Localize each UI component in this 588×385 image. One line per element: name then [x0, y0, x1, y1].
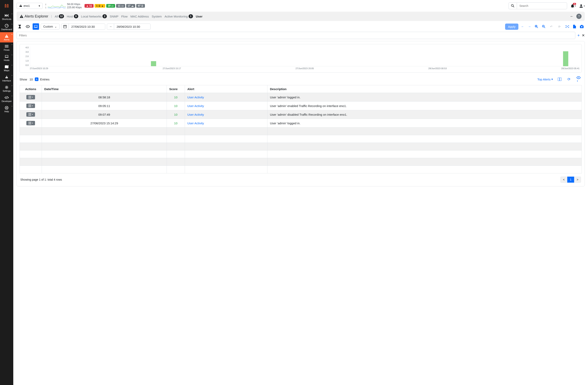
alert-link[interactable]: User Activity: [187, 122, 204, 125]
column-header-alert[interactable]: Alert: [185, 85, 267, 93]
bars-icon: [5, 44, 8, 48]
sidebar-item-help[interactable]: ▸ Help: [0, 104, 13, 114]
permalink-button[interactable]: [564, 24, 570, 29]
sidebar-item-hosts[interactable]: ▸ Hosts: [0, 53, 13, 63]
bars-icon: ☰: [141, 5, 143, 7]
chart-y-axis: 4.0 3.0 2.0 1.0 0.0: [22, 46, 30, 66]
badge-devices[interactable]: 11▭: [116, 4, 125, 8]
calendar-from-button[interactable]: [61, 24, 69, 29]
chevron-down-icon: ▾: [32, 105, 33, 107]
visibility-dropdown[interactable]: ▾: [575, 75, 582, 83]
row-actions-button[interactable]: ▾: [26, 112, 35, 117]
date-to-value[interactable]: 28/06/2023 10:30: [114, 24, 150, 30]
row-actions-button[interactable]: ▾: [26, 121, 35, 125]
column-header-score[interactable]: Score: [167, 85, 185, 93]
columns-button[interactable]: [557, 77, 563, 82]
clear-filters-button[interactable]: ✕: [582, 33, 585, 38]
add-filter-button[interactable]: +: [577, 33, 580, 38]
page-title: Alerts Explorer: [20, 14, 48, 19]
column-header-description[interactable]: Description: [267, 85, 582, 93]
back-button[interactable]: ←: [570, 14, 573, 19]
nav-next-button[interactable]: →: [527, 24, 532, 29]
nav-link-host[interactable]: Host9: [67, 14, 78, 18]
snapshot-button[interactable]: [579, 24, 585, 29]
entries-select[interactable]: 10 ⇅: [29, 77, 39, 81]
cell-datetime: 09:07:49: [42, 110, 167, 119]
filters-input[interactable]: [17, 32, 575, 39]
chart-plot-area[interactable]: [30, 46, 580, 66]
refresh-table-button[interactable]: ⟳: [566, 76, 572, 82]
sidebar-item-label: Alerts: [4, 39, 9, 41]
sidebar-item-settings[interactable]: ▸ Settings: [0, 83, 13, 94]
page-prev-button[interactable]: <: [560, 177, 567, 183]
badge-error[interactable]: ▲11: [84, 4, 94, 8]
nav-link-flow[interactable]: Flow: [121, 15, 127, 18]
row-actions-button[interactable]: ▾: [26, 95, 35, 99]
sidebar-item-alerts[interactable]: ▸ Alerts: [0, 32, 13, 42]
badge-networks[interactable]: 17☁: [126, 4, 135, 8]
apply-button[interactable]: Apply: [505, 23, 518, 30]
svg-rect-2: [5, 77, 8, 78]
nav-prev-button[interactable]: ←: [520, 24, 525, 29]
column-header-actions[interactable]: Actions: [20, 85, 42, 93]
nav-link-local-networks[interactable]: Local Networks2: [81, 14, 107, 18]
refresh-button[interactable]: ⟳: [556, 23, 563, 30]
sidebar-item-maps[interactable]: ▸ Maps: [0, 63, 13, 73]
notifications-button[interactable]: ▾ 1: [571, 4, 576, 8]
chart-bar[interactable]: [151, 61, 156, 66]
alert-link[interactable]: User Activity: [187, 104, 204, 108]
logo[interactable]: [0, 0, 13, 12]
list-icon: [28, 113, 31, 116]
column-header-datetime[interactable]: Date/Time: [42, 85, 167, 93]
search-input[interactable]: [517, 2, 567, 9]
user-menu[interactable]: ▾: [579, 4, 585, 8]
chart-bar[interactable]: [563, 51, 568, 66]
sidebar-item-dashboard[interactable]: ▸ Dashboard: [0, 22, 13, 32]
nav-link-all[interactable]: All12: [55, 14, 64, 18]
laptop-toggle-button[interactable]: [33, 23, 39, 30]
alert-link[interactable]: User Activity: [187, 96, 204, 99]
hourglass-button[interactable]: [17, 23, 23, 30]
nav-link-active-monitoring[interactable]: Active Monitoring1: [165, 14, 193, 18]
sidebar-item-flows[interactable]: ▸ Flows: [0, 42, 13, 53]
search-icon: [511, 4, 514, 7]
badge-flows[interactable]: 67☰: [136, 4, 145, 8]
sidebar-item-interface[interactable]: ▸ Interface: [0, 73, 13, 83]
table-footer: Showing page 1 of 1: total 4 rows < 1 >: [20, 173, 582, 183]
warning-icon: [5, 34, 8, 38]
nav-link-system[interactable]: System: [152, 15, 162, 18]
row-actions-button[interactable]: ▾: [26, 103, 35, 108]
pagination: < 1 >: [560, 177, 581, 183]
chevron-right-icon: ▸: [12, 54, 12, 56]
badge-warning[interactable]: 1☰▲: [95, 4, 105, 8]
badge-hosts[interactable]: 19▭: [106, 4, 115, 8]
sidebar-item-label: Interface: [2, 80, 11, 82]
date-from-value[interactable]: 27/06/2023 10:30: [69, 24, 105, 30]
top-alerts-dropdown[interactable]: Top Alerts▾: [537, 78, 553, 81]
cell-description: User 'admin' logged in.: [267, 93, 582, 101]
page-current-button[interactable]: 1: [567, 177, 574, 183]
help-button[interactable]: ?: [576, 14, 582, 19]
page-next-button[interactable]: >: [574, 177, 581, 183]
zoom-out-button[interactable]: [541, 24, 546, 29]
interface-select[interactable]: eno1 ▾: [17, 3, 43, 9]
nav-link-snmp[interactable]: SNMP: [110, 15, 118, 18]
nav-link-user[interactable]: User: [196, 15, 202, 18]
cell-description: User 'admin' enabled Traffic Recording o…: [267, 101, 582, 110]
chevron-down-icon: ▾: [575, 5, 576, 7]
fast-forward-icon: [5, 14, 8, 17]
zoom-in-button[interactable]: [534, 24, 539, 29]
eye-button[interactable]: [24, 23, 31, 30]
undo-button[interactable]: ↶: [548, 23, 555, 30]
search-button[interactable]: [508, 2, 517, 9]
svg-point-8: [580, 4, 582, 6]
alert-link[interactable]: User Activity: [187, 113, 204, 116]
user-icon: [579, 4, 583, 8]
sidebar-item-shortcuts[interactable]: ▸ Shortcuts: [0, 12, 13, 22]
sidebar-item-developer[interactable]: ▸ Developer: [0, 94, 13, 104]
range-preset-select[interactable]: Custom ⌄: [41, 23, 60, 30]
export-button[interactable]: [572, 24, 577, 29]
table-row-empty: [20, 127, 582, 135]
nav-link-mac[interactable]: MAC Address: [130, 15, 149, 18]
network-icon: [19, 5, 22, 7]
